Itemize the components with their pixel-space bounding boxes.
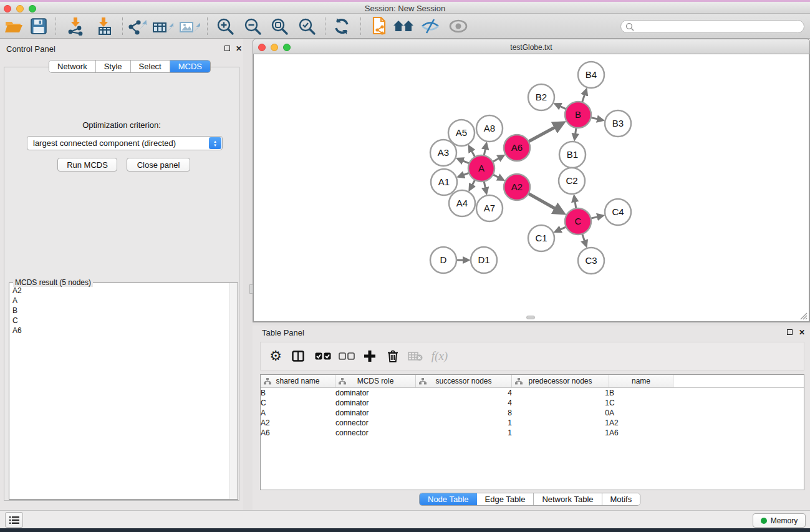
table-cell[interactable]: connector (335, 418, 416, 428)
show-panels-button[interactable] (5, 512, 23, 528)
tab-network[interactable]: Network (49, 60, 96, 72)
new-network-from-selection-icon[interactable] (368, 16, 390, 37)
search-input[interactable] (620, 20, 804, 33)
resize-grip-icon[interactable] (799, 312, 808, 320)
table-cell[interactable]: A2 (609, 418, 673, 428)
table-cell[interactable]: 1 (416, 428, 512, 438)
table-cell[interactable]: 8 (416, 408, 512, 418)
graph-node-A1[interactable]: A1 (431, 169, 457, 195)
tab-network-table[interactable]: Network Table (534, 493, 602, 505)
table-options-icon[interactable]: ⚙ (265, 346, 286, 367)
result-item[interactable]: B (10, 306, 229, 316)
table-cell[interactable]: 0 (512, 408, 609, 418)
float-panel-icon[interactable] (224, 46, 230, 51)
graph-node-B3[interactable]: B3 (605, 110, 631, 137)
table-cell[interactable]: dominator (335, 408, 416, 418)
zoom-in-icon[interactable] (214, 16, 236, 37)
show-columns-icon[interactable] (287, 346, 309, 367)
graph-node-B[interactable]: B (565, 102, 591, 128)
graph-node-A2[interactable]: A2 (504, 174, 530, 200)
export-table-icon[interactable] (152, 16, 174, 37)
table-cell[interactable]: A (609, 408, 673, 418)
tab-select[interactable]: Select (131, 60, 170, 72)
graph-node-C1[interactable]: C1 (528, 225, 554, 251)
delete-column-icon[interactable] (382, 346, 403, 367)
memory-button[interactable]: Memory (753, 513, 806, 528)
result-scrollbar[interactable] (229, 283, 238, 499)
graph-node-B4[interactable]: B4 (578, 62, 604, 88)
network-canvas[interactable]: AA1A2A3A4A5A6A7A8BB1B2B3B4CC1C2C3C4DD1 (253, 54, 810, 322)
column-header-predecessor-nodes[interactable]: predecessor nodes (512, 375, 609, 387)
show-details-icon[interactable] (447, 16, 470, 37)
graph-node-C3[interactable]: C3 (578, 248, 604, 274)
table-row[interactable]: A6connector11A6 (261, 428, 804, 438)
result-item[interactable]: A (10, 296, 229, 306)
table-cell[interactable]: 1 (512, 418, 609, 428)
table-row[interactable]: Bdominator41B (261, 388, 804, 398)
table-cell[interactable]: C (609, 398, 673, 408)
graph-node-C4[interactable]: C4 (605, 199, 631, 225)
table-cell[interactable]: C (261, 398, 335, 408)
table-cell[interactable]: 4 (416, 388, 512, 398)
table-cell[interactable]: 1 (512, 428, 609, 438)
result-item[interactable]: A6 (10, 326, 229, 336)
tab-node-table[interactable]: Node Table (420, 493, 477, 505)
result-item[interactable]: C (10, 316, 229, 326)
column-header-MCDS-role[interactable]: MCDS role (335, 375, 416, 387)
column-header-shared-name[interactable]: shared name (261, 375, 335, 387)
tab-style[interactable]: Style (96, 60, 131, 72)
result-item[interactable]: A2 (10, 286, 229, 296)
table-row[interactable]: Cdominator41C (261, 398, 804, 408)
graph-edge[interactable] (528, 193, 555, 209)
select-all-checkboxes-icon[interactable] (312, 346, 334, 367)
table-cell[interactable]: A6 (261, 428, 335, 438)
zoom-fit-icon[interactable] (268, 16, 291, 37)
graph-node-A6[interactable]: A6 (504, 135, 530, 161)
graph-node-A3[interactable]: A3 (430, 140, 456, 166)
criterion-dropdown[interactable]: largest connected component (directed) ▲… (27, 136, 223, 150)
tab-motifs[interactable]: Motifs (602, 493, 640, 505)
graph-node-A4[interactable]: A4 (449, 190, 475, 216)
run-mcds-button[interactable]: Run MCDS (57, 158, 117, 172)
table-row[interactable]: A2connector11A2 (261, 418, 804, 428)
table-cell[interactable]: 1 (416, 418, 512, 428)
refresh-icon[interactable] (330, 16, 353, 37)
table-cell[interactable]: 1 (512, 398, 609, 408)
delete-table-icon[interactable] (405, 346, 426, 367)
network-graph[interactable]: AA1A2A3A4A5A6A7A8BB1B2B3B4CC1C2C3C4DD1 (254, 54, 809, 321)
close-panel-icon[interactable]: ✕ (236, 46, 242, 52)
tab-edge-table[interactable]: Edge Table (477, 493, 534, 505)
save-session-icon[interactable] (27, 16, 50, 37)
graph-edge[interactable] (528, 127, 556, 142)
add-column-icon[interactable] (359, 346, 380, 367)
table-cell[interactable]: dominator (335, 398, 416, 408)
table-cell[interactable]: B (609, 388, 673, 398)
graph-node-D[interactable]: D (430, 247, 456, 273)
open-session-icon[interactable] (2, 16, 25, 37)
table-cell[interactable]: 1 (512, 388, 609, 398)
graph-node-C[interactable]: C (565, 208, 591, 235)
import-network-icon[interactable] (64, 16, 87, 37)
deselect-all-checkboxes-icon[interactable] (336, 346, 357, 367)
function-builder-icon[interactable]: f(x) (426, 346, 453, 367)
import-table-icon[interactable] (92, 16, 115, 37)
export-image-icon[interactable] (178, 16, 201, 37)
table-cell[interactable]: A6 (609, 428, 673, 438)
column-header-successor-nodes[interactable]: successor nodes (416, 375, 512, 387)
table-cell[interactable]: connector (335, 428, 416, 438)
graph-node-B1[interactable]: B1 (559, 142, 586, 168)
zoom-selected-icon[interactable] (296, 16, 318, 37)
graph-node-B2[interactable]: B2 (528, 84, 554, 110)
graph-node-D1[interactable]: D1 (471, 247, 497, 273)
column-header-name[interactable]: name (609, 375, 673, 387)
graph-node-A7[interactable]: A7 (476, 195, 503, 221)
zoom-out-icon[interactable] (241, 16, 264, 37)
hide-details-icon[interactable] (419, 16, 441, 37)
tab-mcds[interactable]: MCDS (170, 60, 210, 72)
table-close-icon[interactable]: ✕ (799, 329, 805, 336)
graph-node-A8[interactable]: A8 (476, 115, 503, 142)
table-cell[interactable]: 4 (416, 398, 512, 408)
home-icon[interactable] (392, 16, 415, 37)
graph-node-A5[interactable]: A5 (448, 120, 475, 146)
table-row[interactable]: Adominator80A (261, 408, 804, 418)
